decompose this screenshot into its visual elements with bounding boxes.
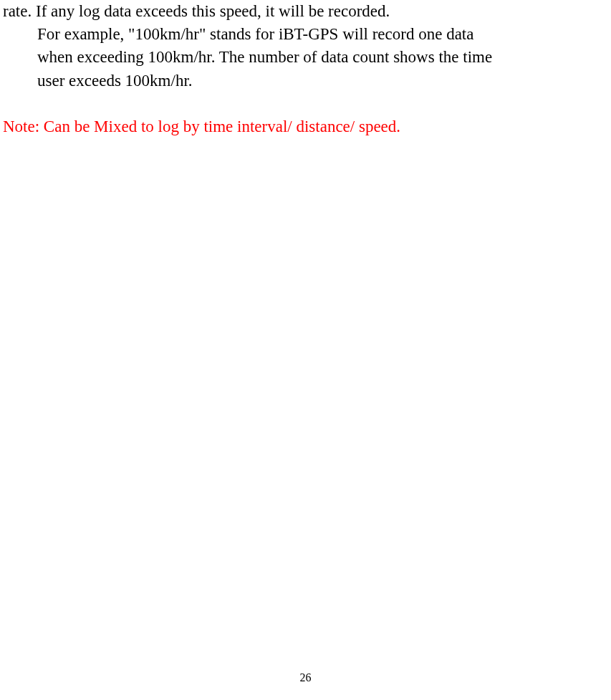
paragraph-line: rate. If any log data exceeds this speed… <box>3 0 610 23</box>
paragraph-line: For example, "100km/hr" stands for iBT-G… <box>3 23 610 46</box>
page-content: rate. If any log data exceeds this speed… <box>0 0 611 138</box>
page-number: 26 <box>0 670 611 686</box>
paragraph-speed-rate: rate. If any log data exceeds this speed… <box>3 0 610 92</box>
paragraph-line: user exceeds 100km/hr. <box>3 69 610 92</box>
note-text: Note: Can be Mixed to log by time interv… <box>3 115 610 138</box>
paragraph-line: when exceeding 100km/hr. The number of d… <box>3 46 610 69</box>
